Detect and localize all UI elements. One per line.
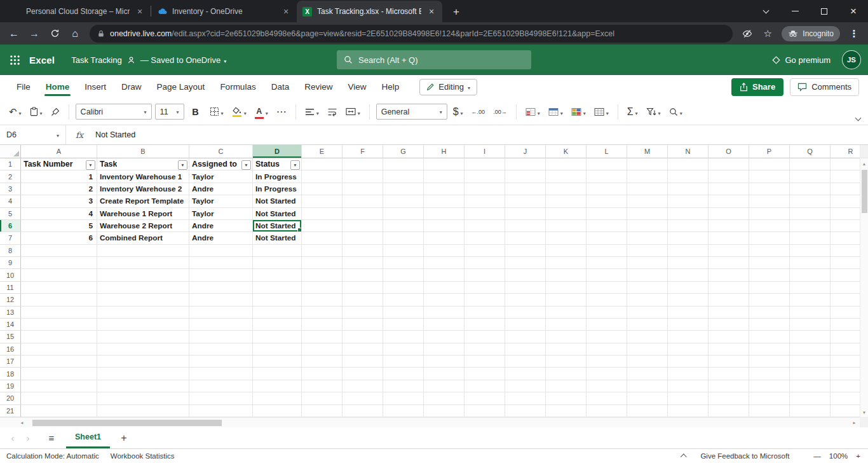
cell-N15[interactable] — [668, 331, 709, 343]
cell-P15[interactable] — [749, 331, 790, 343]
cell-J12[interactable] — [505, 294, 546, 306]
cell-O3[interactable] — [709, 183, 749, 195]
cell-M19[interactable] — [627, 380, 668, 392]
cell-I21[interactable] — [465, 405, 505, 417]
cell-L2[interactable] — [587, 170, 627, 183]
cell-B15[interactable] — [97, 331, 189, 343]
cell-P18[interactable] — [749, 368, 790, 380]
cell-D11[interactable] — [253, 282, 302, 294]
cell-I9[interactable] — [465, 257, 505, 269]
cell-Q15[interactable] — [790, 331, 831, 343]
cell-D10[interactable] — [253, 269, 302, 281]
undo-button[interactable] — [6, 102, 24, 121]
cell-A9[interactable] — [21, 257, 97, 269]
cell-N8[interactable] — [668, 245, 709, 257]
row-header-11[interactable]: 11 — [0, 282, 21, 294]
cell-N12[interactable] — [668, 294, 709, 306]
cell-Q12[interactable] — [790, 294, 831, 306]
cell-K1[interactable] — [546, 158, 587, 170]
cell-D8[interactable] — [253, 245, 302, 257]
cell-D7[interactable]: Not Started — [253, 232, 302, 244]
cell-M9[interactable] — [627, 257, 668, 269]
scroll-down-button[interactable] — [860, 407, 868, 417]
autosum-button[interactable]: Σ — [625, 102, 641, 121]
cell-C13[interactable] — [189, 307, 253, 319]
cell-R5[interactable] — [831, 208, 860, 220]
cell-A4[interactable]: 3 — [21, 195, 97, 207]
insert-function-button[interactable]: fx — [66, 125, 93, 144]
row-header-1[interactable]: 1 — [0, 158, 21, 170]
menu-tab-home[interactable]: Home — [38, 75, 78, 99]
cell-O1[interactable] — [709, 158, 749, 170]
cell-G18[interactable] — [383, 368, 424, 380]
cell-G6[interactable] — [383, 220, 424, 232]
column-header-D[interactable]: D — [253, 145, 302, 158]
cell-B11[interactable] — [97, 282, 189, 294]
cell-O8[interactable] — [709, 245, 749, 257]
cell-M6[interactable] — [627, 220, 668, 232]
cell-H6[interactable] — [424, 220, 465, 232]
cell-G12[interactable] — [383, 294, 424, 306]
cell-F21[interactable] — [342, 405, 383, 417]
cell-F6[interactable] — [342, 220, 383, 232]
cell-Q6[interactable] — [790, 220, 831, 232]
cell-M4[interactable] — [627, 195, 668, 207]
cell-Q16[interactable] — [790, 343, 831, 356]
cell-I6[interactable] — [465, 220, 505, 232]
cell-C2[interactable]: Taylor — [189, 170, 253, 183]
cell-E9[interactable] — [302, 257, 342, 269]
cell-O12[interactable] — [709, 294, 749, 306]
tab-close-icon[interactable] — [281, 6, 291, 17]
cell-F2[interactable] — [342, 170, 383, 183]
cell-H20[interactable] — [424, 392, 465, 404]
cell-C6[interactable]: Andre — [189, 220, 253, 232]
cell-Q7[interactable] — [790, 232, 831, 244]
wrap-text-button[interactable] — [325, 102, 340, 121]
cell-P4[interactable] — [749, 195, 790, 207]
cell-A18[interactable] — [21, 368, 97, 380]
cell-L15[interactable] — [587, 331, 627, 343]
row-header-8[interactable]: 8 — [0, 245, 21, 257]
cell-F4[interactable] — [342, 195, 383, 207]
cell-M3[interactable] — [627, 183, 668, 195]
cell-E12[interactable] — [302, 294, 342, 306]
menu-tab-formulas[interactable]: Formulas — [212, 75, 263, 99]
new-tab-button[interactable] — [447, 3, 465, 20]
row-header-3[interactable]: 3 — [0, 183, 21, 195]
cell-L18[interactable] — [587, 368, 627, 380]
cell-G2[interactable] — [383, 170, 424, 183]
back-button[interactable] — [4, 24, 24, 43]
cell-C14[interactable] — [189, 319, 253, 331]
cell-O18[interactable] — [709, 368, 749, 380]
cell-J11[interactable] — [505, 282, 546, 294]
cell-E6[interactable] — [302, 220, 342, 232]
cell-J5[interactable] — [505, 208, 546, 220]
cell-R19[interactable] — [831, 380, 860, 392]
bookmark-button[interactable] — [758, 24, 777, 43]
cell-H12[interactable] — [424, 294, 465, 306]
cell-I19[interactable] — [465, 380, 505, 392]
cell-F12[interactable] — [342, 294, 383, 306]
cell-O14[interactable] — [709, 319, 749, 331]
sort-filter-button[interactable] — [644, 102, 663, 121]
column-header-N[interactable]: N — [668, 145, 709, 158]
row-header-21[interactable]: 21 — [0, 405, 21, 417]
cell-G4[interactable] — [383, 195, 424, 207]
cell-K14[interactable] — [546, 319, 587, 331]
cell-P20[interactable] — [749, 392, 790, 404]
cell-N6[interactable] — [668, 220, 709, 232]
cell-K5[interactable] — [546, 208, 587, 220]
cell-N4[interactable] — [668, 195, 709, 207]
cell-C10[interactable] — [189, 269, 253, 281]
menu-tab-insert[interactable]: Insert — [77, 75, 114, 99]
cell-G10[interactable] — [383, 269, 424, 281]
cell-P14[interactable] — [749, 319, 790, 331]
find-button[interactable] — [667, 102, 685, 121]
cell-H10[interactable] — [424, 269, 465, 281]
menu-tab-draw[interactable]: Draw — [114, 75, 149, 99]
row-header-20[interactable]: 20 — [0, 392, 21, 404]
cell-Q1[interactable] — [790, 158, 831, 170]
cell-N3[interactable] — [668, 183, 709, 195]
cell-O10[interactable] — [709, 269, 749, 281]
cell-I11[interactable] — [465, 282, 505, 294]
